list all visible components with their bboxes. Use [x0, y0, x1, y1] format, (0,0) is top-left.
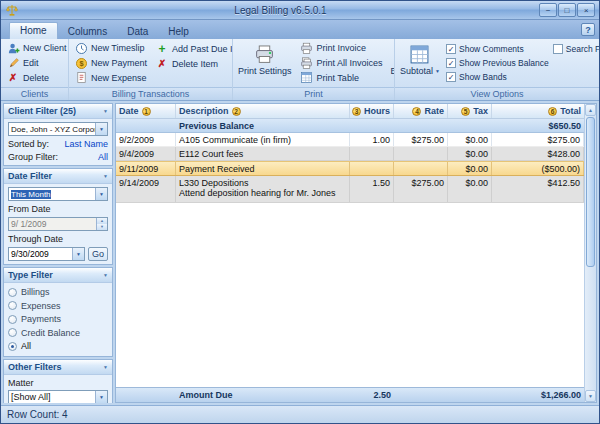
- column-number-badge: 5: [461, 107, 470, 116]
- close-button[interactable]: ×: [577, 3, 595, 17]
- radio-payments[interactable]: Payments: [8, 313, 108, 326]
- tab-data[interactable]: Data: [117, 24, 158, 39]
- client-filter-header[interactable]: Client Filter (25) ▼: [4, 104, 112, 119]
- scroll-up-icon[interactable]: ▲: [585, 104, 596, 116]
- go-button[interactable]: Go: [88, 247, 108, 261]
- print-invoice-button[interactable]: Print Invoice: [298, 41, 385, 56]
- from-date-input[interactable]: 9/ 1/2009 ▲▼: [8, 217, 108, 231]
- dropdown-arrow-icon[interactable]: ▼: [95, 123, 107, 135]
- group-filter-link[interactable]: All: [98, 152, 108, 162]
- date-preset-select[interactable]: This Month ▼: [8, 187, 108, 201]
- radio-credit-balance[interactable]: Credit Balance: [8, 327, 108, 340]
- edit-pencil-icon: [6, 56, 20, 70]
- amount-due-hours: 2.50: [350, 389, 394, 402]
- type-filter-header[interactable]: Type Filter ▼: [4, 268, 112, 283]
- new-payment-button[interactable]: $ New Payment: [72, 56, 149, 71]
- subtotal-label: Subtotal: [400, 66, 433, 76]
- dropdown-arrow-icon[interactable]: ▼: [95, 188, 107, 200]
- column-header-tax[interactable]: 5Tax: [448, 104, 492, 118]
- matter-value: [Show All]: [9, 392, 95, 402]
- collapse-chevron-icon[interactable]: ▼: [103, 173, 108, 179]
- new-expense-button[interactable]: New Expense: [72, 70, 149, 85]
- column-header-total[interactable]: 6Total: [492, 104, 584, 118]
- titlebar: Legal Billing v6.5.0.1 − □ ×: [1, 1, 599, 20]
- tab-home[interactable]: Home: [9, 22, 58, 39]
- subtotal-grid-icon: [409, 43, 431, 65]
- receipt-icon: [74, 71, 88, 85]
- column-header-date[interactable]: Date1: [116, 104, 176, 118]
- amount-due-total: $1,266.00: [492, 389, 584, 402]
- main-area: Client Filter (25) ▼ Doe, John - XYZ Cor…: [1, 101, 599, 405]
- table-row[interactable]: 9/14/2009 L330 Depositions Attend deposi…: [116, 176, 584, 203]
- table-row-payment-highlight[interactable]: 9/11/2009 Payment Received $0.00 ($500.0…: [116, 161, 584, 176]
- dropdown-arrow-icon[interactable]: ▼: [95, 391, 107, 403]
- subtotal-button[interactable]: Subtotal▼: [398, 41, 442, 85]
- maximize-icon: □: [565, 6, 570, 15]
- collapse-chevron-icon[interactable]: ▼: [103, 364, 108, 370]
- print-table-button[interactable]: Print Table: [298, 70, 385, 85]
- column-number-badge: 3: [352, 107, 361, 116]
- show-comments-checkbox[interactable]: ✓ Show Comments: [446, 43, 549, 55]
- minimize-button[interactable]: −: [539, 3, 557, 17]
- client-select[interactable]: Doe, John - XYZ Corporation ▼: [8, 122, 108, 136]
- radio-billings[interactable]: Billings: [8, 286, 108, 299]
- through-date-input[interactable]: 9/30/2009 ▼: [8, 247, 85, 261]
- new-client-button[interactable]: New Client: [4, 41, 68, 56]
- show-bands-checkbox[interactable]: ✓ Show Bands: [446, 71, 549, 83]
- edit-button[interactable]: Edit: [4, 56, 68, 71]
- tab-help[interactable]: Help: [158, 24, 199, 39]
- subtotal-dropdown-icon[interactable]: ▼: [435, 68, 440, 74]
- amount-due-label: Amount Due: [176, 389, 350, 402]
- radio-all-label: All: [21, 341, 31, 351]
- table-header-row: Date1 Description2 3Hours 4Rate 5Tax: [116, 104, 584, 119]
- email-invoice-button[interactable]: EMail Invoice: [389, 41, 394, 85]
- sorted-by-link[interactable]: Last Name: [64, 139, 108, 149]
- scrollbar-track[interactable]: [585, 116, 596, 390]
- table-row[interactable]: 9/4/2009 E112 Court fees $0.00 $428.00: [116, 147, 584, 161]
- date-spinner[interactable]: ▲▼: [96, 218, 107, 230]
- collapse-chevron-icon[interactable]: ▼: [103, 272, 108, 278]
- printer-stack-icon: [300, 56, 314, 70]
- row-description-line2: Attend deposition hearing for Mr. Jones: [179, 188, 346, 198]
- radio-billings-label: Billings: [21, 287, 50, 297]
- other-filters-header[interactable]: Other Filters ▼: [4, 360, 112, 375]
- radio-icon: [8, 328, 17, 337]
- collapse-chevron-icon[interactable]: ▼: [103, 108, 108, 114]
- app-window: Legal Billing v6.5.0.1 − □ × Home Column…: [0, 0, 600, 424]
- from-date-label: From Date: [8, 204, 108, 214]
- new-timeslip-button[interactable]: New Timeslip: [72, 41, 149, 56]
- client-filter-panel: Client Filter (25) ▼ Doe, John - XYZ Cor…: [3, 103, 113, 166]
- new-expense-label: New Expense: [91, 73, 147, 83]
- table-empty-area: [116, 203, 584, 387]
- date-filter-header[interactable]: Date Filter ▼: [4, 169, 112, 184]
- print-settings-button[interactable]: Print Settings: [236, 41, 294, 85]
- add-past-due-interest-button[interactable]: + Add Past Due Interest: [153, 41, 232, 56]
- scrollbar-thumb[interactable]: [586, 117, 595, 267]
- delete-button[interactable]: ✗ Delete: [4, 70, 68, 85]
- help-button[interactable]: ?: [581, 23, 595, 36]
- scroll-down-icon[interactable]: ▼: [585, 390, 596, 402]
- show-previous-balance-checkbox[interactable]: ✓ Show Previous Balance: [446, 57, 549, 69]
- from-date-value: 9/ 1/2009: [9, 219, 96, 229]
- tab-columns[interactable]: Columns: [58, 24, 117, 39]
- column-header-description[interactable]: Description2: [176, 104, 350, 118]
- radio-all[interactable]: All: [8, 340, 108, 353]
- table-row[interactable]: 9/2/2009 A105 Communicate (in firm) 1.00…: [116, 133, 584, 147]
- matter-label: Matter: [8, 378, 108, 388]
- matter-select[interactable]: [Show All] ▼: [8, 390, 108, 404]
- search-footer-checkbox[interactable]: ✓ Search Footer: [553, 43, 599, 55]
- maximize-button[interactable]: □: [558, 3, 576, 17]
- column-header-hours[interactable]: 3Hours: [350, 104, 394, 118]
- dropdown-arrow-icon[interactable]: ▼: [72, 248, 84, 260]
- delete-item-button[interactable]: ✗ Delete Item: [153, 56, 232, 71]
- print-all-invoices-button[interactable]: Print All Invoices: [298, 56, 385, 71]
- printer-icon: [300, 41, 314, 55]
- ribbon-group-billing-transactions: New Timeslip $ New Payment New Expense +…: [69, 39, 233, 100]
- vertical-scrollbar[interactable]: ▲ ▼: [584, 104, 596, 402]
- new-payment-label: New Payment: [91, 58, 147, 68]
- other-filters-title: Other Filters: [8, 362, 62, 372]
- show-previous-balance-label: Show Previous Balance: [459, 58, 549, 68]
- column-header-rate[interactable]: 4Rate: [394, 104, 448, 118]
- previous-balance-band[interactable]: Previous Balance $650.50: [116, 119, 584, 133]
- radio-expenses[interactable]: Expenses: [8, 300, 108, 313]
